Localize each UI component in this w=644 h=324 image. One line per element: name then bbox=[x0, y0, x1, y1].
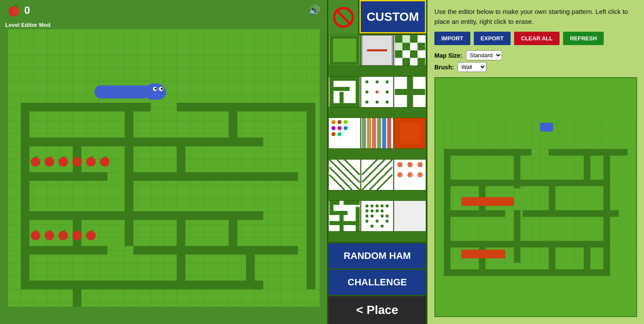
svg-point-131 bbox=[366, 205, 369, 208]
pattern-cross1[interactable] bbox=[394, 76, 426, 108]
middle-bottom-buttons: RANDOM HAM CHALLENGE < Place bbox=[328, 242, 426, 324]
svg-rect-41 bbox=[402, 43, 410, 51]
pattern-checker1[interactable] bbox=[394, 35, 426, 66]
svg-rect-196 bbox=[444, 269, 610, 276]
svg-rect-47 bbox=[417, 58, 425, 66]
svg-rect-57 bbox=[333, 87, 350, 91]
custom-button-row: CUSTOM bbox=[328, 0, 426, 35]
svg-point-29 bbox=[86, 157, 96, 167]
place-button[interactable]: < Place bbox=[328, 296, 426, 324]
pattern-dots2[interactable] bbox=[328, 118, 361, 149]
svg-rect-8 bbox=[21, 211, 263, 220]
svg-rect-208 bbox=[462, 197, 514, 206]
svg-rect-7 bbox=[133, 172, 298, 181]
svg-point-25 bbox=[31, 157, 40, 167]
svg-rect-4 bbox=[177, 103, 307, 111]
svg-rect-20 bbox=[177, 211, 185, 250]
svg-rect-54 bbox=[330, 103, 360, 107]
random-ham-button[interactable]: RANDOM HAM bbox=[328, 242, 426, 270]
pattern-dot4[interactable] bbox=[394, 200, 426, 232]
custom-button[interactable]: CUSTOM bbox=[359, 0, 426, 33]
map-size-setting: Map Size: Standard Small Large bbox=[434, 50, 637, 60]
pattern-empty-border[interactable] bbox=[328, 35, 361, 66]
svg-rect-207 bbox=[540, 123, 553, 131]
svg-rect-12 bbox=[21, 103, 29, 289]
svg-rect-21 bbox=[229, 211, 237, 250]
score-display: 0 bbox=[7, 3, 30, 17]
svg-point-137 bbox=[371, 209, 374, 213]
pattern-x[interactable] bbox=[394, 159, 426, 190]
pattern-dots1[interactable] bbox=[361, 76, 393, 108]
game-canvas bbox=[8, 29, 320, 307]
svg-rect-71 bbox=[395, 89, 425, 95]
svg-rect-82 bbox=[362, 118, 366, 148]
svg-rect-87 bbox=[387, 118, 391, 148]
svg-rect-6 bbox=[21, 172, 107, 181]
maze-walls bbox=[8, 29, 320, 307]
svg-point-63 bbox=[366, 90, 369, 93]
svg-rect-125 bbox=[330, 221, 340, 225]
svg-rect-17 bbox=[229, 103, 237, 142]
svg-rect-209 bbox=[462, 250, 505, 259]
svg-rect-199 bbox=[479, 180, 485, 213]
mini-map[interactable] bbox=[434, 77, 637, 317]
svg-rect-201 bbox=[549, 180, 555, 213]
apple-icon bbox=[7, 3, 21, 17]
svg-point-134 bbox=[381, 205, 384, 208]
brush-label: Brush: bbox=[434, 64, 454, 71]
svg-rect-11 bbox=[21, 281, 263, 289]
svg-point-67 bbox=[375, 100, 379, 103]
svg-point-132 bbox=[371, 205, 374, 208]
pattern-dot3[interactable] bbox=[361, 200, 393, 232]
pattern-diag2[interactable] bbox=[361, 159, 393, 190]
svg-rect-45 bbox=[402, 58, 410, 66]
svg-point-31 bbox=[31, 231, 40, 240]
toolbar-row: IMPORT EXPORT CLEAR ALL REFRESH bbox=[434, 32, 637, 45]
svg-point-64 bbox=[375, 90, 379, 93]
svg-rect-19 bbox=[125, 172, 133, 246]
challenge-button[interactable]: CHALLENGE bbox=[328, 270, 426, 296]
brush-setting: Brush: Wall Apple Snake Erase bbox=[434, 62, 637, 72]
pattern-line[interactable] bbox=[361, 35, 393, 66]
svg-point-28 bbox=[72, 157, 82, 167]
mini-map-svg bbox=[435, 78, 636, 316]
svg-point-26 bbox=[45, 157, 54, 167]
level-label: Level Editor Mod bbox=[0, 21, 327, 29]
pattern-orange[interactable] bbox=[394, 118, 426, 149]
middle-panel: CUSTOM bbox=[327, 0, 427, 324]
refresh-button[interactable]: REFRESH bbox=[563, 32, 604, 45]
svg-rect-49 bbox=[395, 43, 402, 51]
svg-rect-200 bbox=[514, 149, 521, 189]
svg-rect-205 bbox=[549, 241, 555, 269]
pattern-stripe[interactable] bbox=[361, 118, 393, 149]
svg-point-147 bbox=[371, 225, 374, 228]
svg-rect-202 bbox=[584, 149, 590, 182]
settings-row: Map Size: Standard Small Large Brush: Wa… bbox=[434, 50, 637, 72]
svg-point-141 bbox=[371, 215, 374, 218]
map-size-label: Map Size: bbox=[434, 52, 463, 59]
svg-rect-86 bbox=[382, 118, 386, 148]
svg-point-30 bbox=[100, 157, 110, 167]
no-button[interactable] bbox=[328, 0, 359, 35]
pattern-diag1[interactable] bbox=[328, 159, 361, 190]
svg-rect-9 bbox=[21, 246, 107, 255]
svg-point-34 bbox=[72, 231, 82, 240]
svg-rect-121 bbox=[330, 201, 360, 231]
info-text: Use the editor below to make your own st… bbox=[434, 7, 637, 26]
sound-icon[interactable]: 🔊 bbox=[308, 5, 320, 16]
brush-select[interactable]: Wall Apple Snake Erase bbox=[457, 62, 486, 72]
svg-point-148 bbox=[381, 225, 384, 228]
svg-rect-23 bbox=[177, 246, 185, 281]
svg-rect-52 bbox=[330, 77, 360, 107]
svg-point-65 bbox=[386, 90, 389, 93]
export-button[interactable]: EXPORT bbox=[474, 32, 511, 45]
pattern-maze1[interactable] bbox=[328, 76, 361, 108]
svg-point-80 bbox=[337, 132, 341, 136]
svg-point-145 bbox=[375, 220, 379, 223]
import-button[interactable]: IMPORT bbox=[434, 32, 470, 45]
svg-rect-22 bbox=[73, 281, 81, 307]
clear-all-button[interactable]: CLEAR ALL bbox=[514, 32, 560, 45]
svg-rect-127 bbox=[330, 201, 333, 215]
pattern-maze2[interactable] bbox=[328, 200, 361, 232]
map-size-select[interactable]: Standard Small Large bbox=[466, 50, 502, 60]
